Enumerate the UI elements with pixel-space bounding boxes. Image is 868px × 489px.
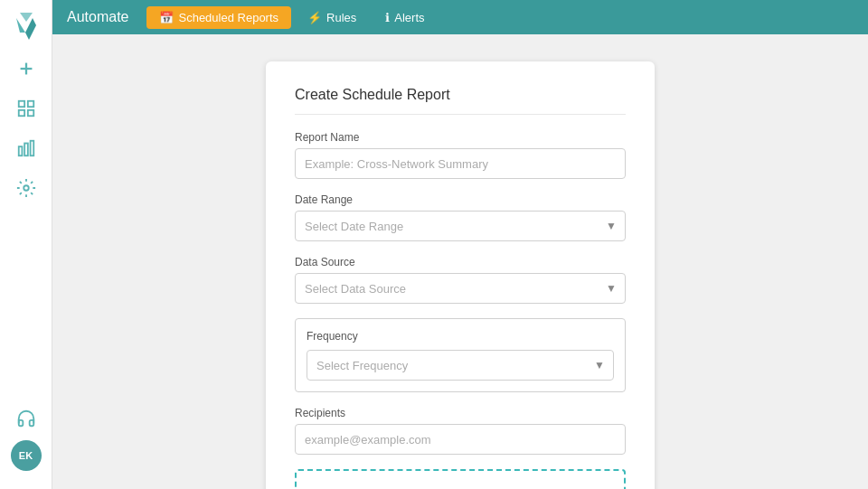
- app-logo: [10, 9, 42, 42]
- tab-scheduled-reports-label: Scheduled Reports: [178, 11, 278, 24]
- sidebar-bottom: EK: [10, 402, 42, 480]
- logo-drop-zone[interactable]: Drag & Drop your logo here or click to u…: [295, 469, 626, 489]
- svg-rect-7: [24, 144, 28, 156]
- recipients-input[interactable]: [295, 424, 626, 455]
- chart-icon[interactable]: [10, 132, 42, 165]
- info-icon: ℹ: [385, 11, 390, 24]
- date-range-select-wrapper: Select Date Range Last 7 Days Last 30 Da…: [295, 211, 626, 241]
- svg-point-9: [24, 185, 29, 191]
- form-title: Create Schedule Report: [295, 87, 626, 115]
- report-name-input[interactable]: [295, 148, 626, 179]
- main-area: Automate 📅 Scheduled Reports ⚡ Rules ℹ A…: [52, 0, 868, 489]
- tab-rules-label: Rules: [326, 11, 356, 24]
- tab-alerts-label: Alerts: [394, 11, 424, 24]
- date-range-label: Date Range: [295, 193, 626, 206]
- report-name-label: Report Name: [295, 131, 626, 144]
- data-source-group: Data Source Select Data Source Network C…: [295, 256, 626, 304]
- data-source-select-wrapper: Select Data Source Network Campaign Ad G…: [295, 273, 626, 304]
- headset-icon[interactable]: [10, 402, 42, 435]
- tab-scheduled-reports[interactable]: 📅 Scheduled Reports: [146, 6, 291, 29]
- frequency-label: Frequency: [307, 330, 614, 343]
- data-source-select[interactable]: Select Data Source Network Campaign Ad G…: [295, 273, 626, 304]
- add-icon[interactable]: [10, 52, 42, 85]
- nav-tabs: 📅 Scheduled Reports ⚡ Rules ℹ Alerts: [146, 6, 437, 29]
- calendar-icon: 📅: [159, 11, 174, 24]
- date-range-select[interactable]: Select Date Range Last 7 Days Last 30 Da…: [295, 211, 626, 241]
- recipients-group: Recipients: [295, 407, 626, 455]
- main-content: Create Schedule Report Report Name Date …: [52, 34, 868, 489]
- svg-rect-8: [30, 141, 33, 156]
- svg-rect-4: [18, 110, 24, 116]
- app-title: Automate: [67, 9, 128, 25]
- svg-rect-5: [27, 110, 33, 116]
- sidebar: EK: [0, 0, 52, 489]
- frequency-select[interactable]: Select Frequency Daily Weekly Monthly: [307, 350, 614, 381]
- frequency-box: Frequency Select Frequency Daily Weekly …: [295, 318, 626, 392]
- tab-rules[interactable]: ⚡ Rules: [295, 6, 369, 29]
- topnav: Automate 📅 Scheduled Reports ⚡ Rules ℹ A…: [52, 0, 868, 34]
- report-name-group: Report Name: [295, 131, 626, 179]
- user-avatar[interactable]: EK: [11, 440, 42, 471]
- tab-alerts[interactable]: ℹ Alerts: [373, 6, 437, 29]
- data-source-label: Data Source: [295, 256, 626, 268]
- svg-rect-2: [18, 101, 24, 107]
- svg-rect-6: [18, 146, 22, 155]
- settings-icon[interactable]: [10, 172, 42, 204]
- frequency-select-wrapper: Select Frequency Daily Weekly Monthly ▼: [307, 350, 614, 381]
- date-range-group: Date Range Select Date Range Last 7 Days…: [295, 193, 626, 241]
- create-report-form: Create Schedule Report Report Name Date …: [266, 61, 655, 489]
- bolt-icon: ⚡: [307, 11, 322, 24]
- svg-rect-3: [27, 101, 33, 107]
- dashboard-icon[interactable]: [10, 92, 42, 125]
- recipients-label: Recipients: [295, 407, 626, 419]
